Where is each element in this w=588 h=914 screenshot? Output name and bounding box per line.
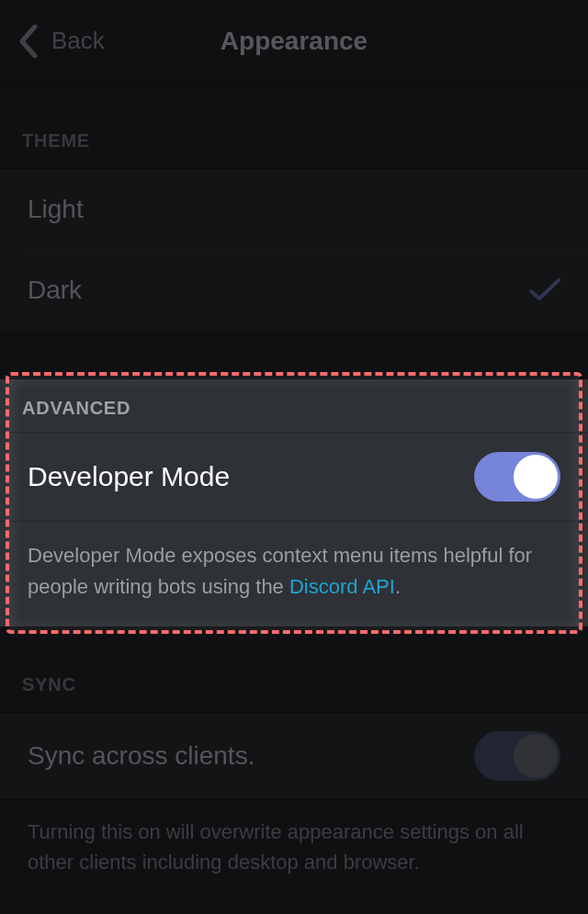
theme-section: THEME Light Dark (0, 83, 588, 330)
theme-options-group: Light Dark (0, 168, 588, 330)
developer-mode-row[interactable]: Developer Mode (0, 432, 588, 522)
chevron-left-icon (18, 25, 39, 58)
developer-mode-label: Developer Mode (28, 461, 230, 492)
sync-toggle[interactable] (474, 731, 560, 781)
desc-text-prefix: Developer Mode exposes context menu item… (28, 544, 532, 598)
toggle-knob (514, 455, 558, 499)
section-header-sync: SYNC (0, 626, 588, 712)
advanced-section: ADVANCED Developer Mode Developer Mode e… (0, 379, 588, 626)
check-icon (529, 278, 560, 302)
theme-option-label: Light (28, 195, 560, 224)
back-button[interactable]: Back (18, 25, 105, 58)
theme-option-light[interactable]: Light (0, 168, 588, 249)
section-header-advanced: ADVANCED (0, 379, 588, 432)
desc-text-suffix: . (395, 575, 401, 598)
sync-description: Turning this on will overwrite appearanc… (0, 800, 588, 899)
discord-api-link[interactable]: Discord API (289, 575, 395, 598)
theme-option-dark[interactable]: Dark (28, 249, 588, 330)
header: Back Appearance (0, 0, 588, 83)
back-label: Back (51, 27, 105, 55)
theme-option-label: Dark (28, 276, 529, 305)
section-header-theme: THEME (0, 83, 588, 168)
sync-section: SYNC Sync across clients. Turning this o… (0, 626, 588, 899)
developer-mode-toggle[interactable] (474, 452, 560, 502)
toggle-knob (514, 734, 558, 778)
developer-mode-description: Developer Mode exposes context menu item… (0, 522, 588, 626)
sync-across-clients-row[interactable]: Sync across clients. (0, 712, 588, 800)
sync-row-label: Sync across clients. (28, 741, 254, 771)
